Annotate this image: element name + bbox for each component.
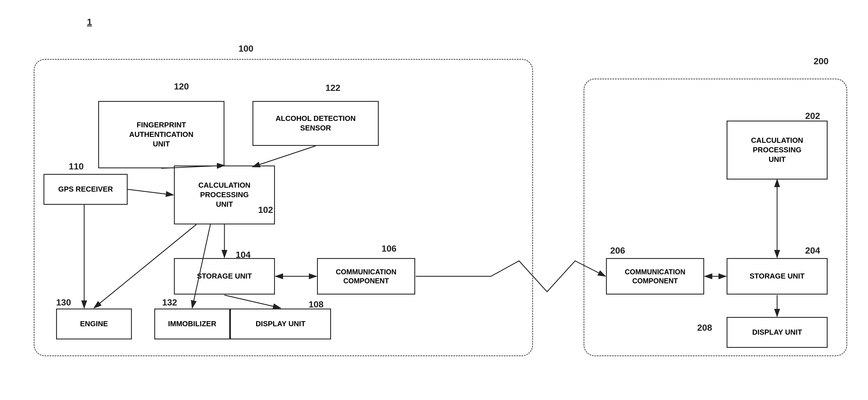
ref-200: 200 <box>813 56 829 66</box>
comm-block: COMMUNICATIONCOMPONENT <box>317 258 415 295</box>
diagram: 1 100 200 FINGERPRINTAUTHENTICATIONUNIT … <box>0 0 868 400</box>
ref-102: 102 <box>258 205 273 215</box>
engine-block: ENGINE <box>56 309 132 339</box>
ref-130: 130 <box>56 297 71 308</box>
fingerprint-block: FINGERPRINTAUTHENTICATIONUNIT <box>98 101 224 168</box>
ref-122: 122 <box>326 83 340 93</box>
display-block-2: DISPLAY UNIT <box>726 317 828 348</box>
ref-108: 108 <box>309 299 323 310</box>
calc-block-2: CALCULATIONPROCESSINGUNIT <box>726 121 828 180</box>
storage-block: STORAGE UNIT <box>174 258 275 295</box>
ref-106: 106 <box>381 244 396 254</box>
gps-block: GPS RECEIVER <box>43 174 128 205</box>
ref-110: 110 <box>69 161 84 172</box>
ref-132: 132 <box>162 297 177 308</box>
calc-block: CALCULATIONPROCESSINGUNIT <box>174 165 275 224</box>
ref-204: 204 <box>805 245 820 256</box>
comm-block-2: COMMUNICATIONCOMPONENT <box>606 258 704 295</box>
display-block: DISPLAY UNIT <box>230 309 331 339</box>
ref-100: 100 <box>239 43 253 54</box>
ref-206: 206 <box>610 245 625 256</box>
ref-104: 104 <box>236 250 250 260</box>
ref-208: 208 <box>697 322 712 333</box>
alcohol-block: ALCOHOL DETECTIONSENSOR <box>252 101 379 146</box>
ref-202: 202 <box>805 111 820 121</box>
immobilizer-block: IMMOBILIZER <box>154 309 230 339</box>
storage-block-2: STORAGE UNIT <box>726 258 828 295</box>
ref-120: 120 <box>174 81 189 92</box>
main-ref-label: 1 <box>87 17 92 27</box>
